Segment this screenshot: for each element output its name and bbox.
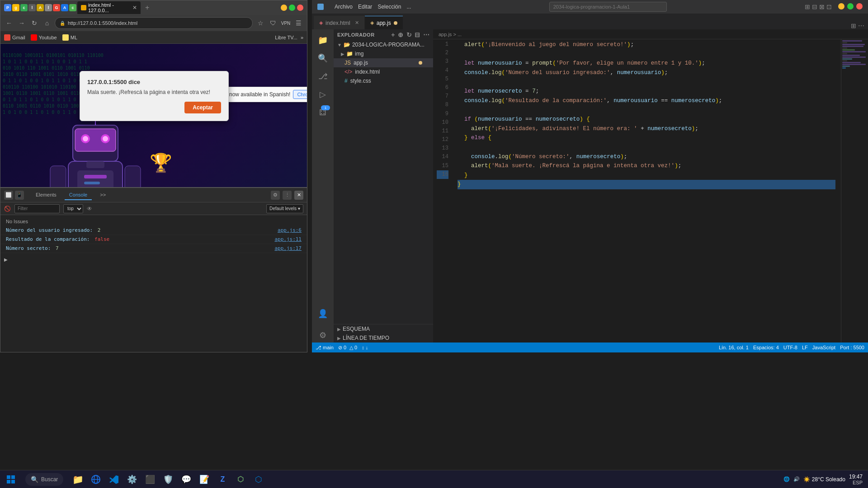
console-link-2[interactable]: app.js:17: [274, 245, 302, 251]
libre-tv-badge[interactable]: Libre TV... »: [275, 35, 303, 40]
layout-icon-2[interactable]: ⊟: [812, 3, 817, 10]
taskbar-app-vscode[interactable]: [106, 471, 122, 488]
new-file-icon[interactable]: +: [391, 31, 395, 38]
favicon-l[interactable]: l: [28, 4, 36, 11]
minimize-btn[interactable]: [281, 5, 287, 11]
console-filter-input[interactable]: [14, 204, 60, 213]
taskbar-app-node[interactable]: ⬡: [232, 471, 249, 488]
layout-icon-1[interactable]: ⊞: [805, 3, 810, 10]
tray-network[interactable]: 🌐: [783, 476, 790, 482]
default-levels-btn[interactable]: Default levels ▾: [266, 204, 303, 213]
console-clear-icon[interactable]: 🚫: [4, 206, 11, 212]
status-port[interactable]: Port : 5500: [840, 345, 864, 350]
taskbar-app-word[interactable]: 📝: [196, 471, 212, 488]
more-actions-icon[interactable]: ⋯: [858, 22, 864, 29]
console-link-1[interactable]: app.js:11: [274, 236, 302, 242]
status-errors[interactable]: ⊘ 0 △ 0: [338, 345, 357, 351]
status-sync[interactable]: ↕ ↓: [362, 345, 368, 350]
menu-editar[interactable]: Editar: [358, 4, 372, 10]
activity-git[interactable]: ⎇: [316, 69, 330, 84]
sidebar-more-icon[interactable]: ⋯: [423, 31, 430, 38]
project-folder[interactable]: ▼ 📂 2034-LOGICA-PROGRAMA...: [334, 40, 433, 49]
sidebar-file-appjs[interactable]: JS app.js: [334, 58, 433, 67]
status-position[interactable]: Lín. 16, col. 1: [719, 345, 749, 350]
status-language[interactable]: JavaScript: [812, 345, 835, 350]
linea-tiempo-section[interactable]: ▶ LÍNEA DE TIEMPO: [334, 333, 433, 343]
tab-close-icon[interactable]: ✕: [132, 5, 137, 11]
favicon-l2[interactable]: l: [45, 4, 52, 11]
taskbar-app-shield[interactable]: 🛡️: [160, 471, 176, 488]
console-link-0[interactable]: app.js:6: [278, 227, 302, 233]
shield-btn[interactable]: 🛡: [268, 18, 278, 28]
sidebar-file-indexhtml[interactable]: </> index.html: [334, 67, 433, 76]
menu-btn[interactable]: ☰: [293, 18, 303, 28]
taskbar-app-browser[interactable]: [88, 471, 104, 488]
status-spaces[interactable]: Espacios: 4: [753, 345, 779, 350]
img-folder[interactable]: ▶ 📁 img: [334, 49, 433, 58]
esquema-section[interactable]: ▶ ESQUEMA: [334, 324, 433, 333]
forward-btn[interactable]: →: [17, 18, 27, 28]
status-line-ending[interactable]: LF: [802, 345, 808, 350]
vscode-close-btn[interactable]: [856, 3, 863, 9]
new-tab-btn[interactable]: +: [142, 1, 153, 14]
weather-widget[interactable]: ☀️ 28°C Soleado: [803, 476, 845, 483]
code-editor[interactable]: alert('¡Bienvenido al juego del número s…: [452, 39, 841, 343]
taskbar-search[interactable]: 🔍 Buscar: [25, 473, 63, 486]
back-btn[interactable]: ←: [4, 18, 14, 28]
vpn-btn[interactable]: VPN: [281, 18, 291, 28]
address-bar[interactable]: 🔒 http://127.0.0.1:5500/index.html: [55, 17, 253, 29]
bookmark-gmail[interactable]: Gmail: [4, 34, 25, 41]
refresh-icon[interactable]: ↻: [406, 31, 412, 38]
new-folder-icon[interactable]: ⊕: [398, 31, 404, 38]
tab-app-js[interactable]: ◈ app.js: [365, 16, 403, 29]
split-editor-icon[interactable]: ⊞: [851, 22, 856, 29]
tab-index-html[interactable]: ◈ index.html ✕: [314, 16, 364, 29]
taskbar-app-terminal[interactable]: ⬛: [142, 471, 158, 488]
chrome-language-btn[interactable]: Chrome's language: [293, 90, 307, 99]
star-btn[interactable]: ☆: [255, 18, 265, 28]
alert-accept-btn[interactable]: Aceptar: [184, 102, 221, 113]
devtools-tab-elements[interactable]: Elements: [31, 190, 61, 200]
taskbar-app-settings[interactable]: ⚙️: [124, 471, 140, 488]
devtools-tab-more[interactable]: >>: [95, 190, 110, 200]
close-btn[interactable]: [297, 5, 303, 11]
home-btn[interactable]: ⌂: [42, 18, 52, 28]
devtools-settings-icon[interactable]: ⚙: [271, 191, 280, 200]
status-encoding[interactable]: UTF-8: [783, 345, 797, 350]
favicon-p[interactable]: P: [4, 4, 11, 11]
favicon-a2[interactable]: A: [61, 4, 68, 11]
favicon-c2[interactable]: c: [69, 4, 76, 11]
status-branch[interactable]: ⎇ main: [316, 345, 334, 351]
maximize-btn[interactable]: [289, 5, 295, 11]
vscode-search-input[interactable]: [549, 2, 667, 12]
collapse-icon[interactable]: ⊟: [415, 31, 420, 38]
activity-account[interactable]: 👤: [316, 306, 330, 321]
sidebar-file-stylecss[interactable]: # style.css: [334, 76, 433, 85]
devtools-close-icon[interactable]: ✕: [294, 191, 303, 200]
start-button[interactable]: [0, 470, 22, 488]
vscode-minimize-btn[interactable]: [838, 3, 844, 9]
clock[interactable]: 19:47 ESP: [849, 474, 863, 485]
menu-archivo[interactable]: Archivo: [335, 4, 353, 10]
active-tab[interactable]: index.html - 127.0.0... ✕: [77, 1, 141, 14]
layout-icon-3[interactable]: ⊠: [819, 3, 825, 10]
reload-btn[interactable]: ↻: [29, 18, 39, 28]
favicon-a[interactable]: A: [37, 4, 44, 11]
activity-debug[interactable]: ▷: [316, 87, 330, 102]
favicon-g2[interactable]: G: [53, 4, 60, 11]
activity-explorer[interactable]: 📁: [316, 33, 330, 47]
taskbar-app-vscode2[interactable]: ⬡: [250, 471, 267, 488]
activity-extensions[interactable]: ⚃: [316, 105, 330, 120]
activity-settings[interactable]: ⚙: [316, 328, 330, 343]
devtools-tab-console[interactable]: Console: [65, 190, 92, 200]
favicon-c[interactable]: c: [20, 4, 28, 11]
menu-more[interactable]: ...: [406, 4, 411, 10]
taskbar-app-file-explorer[interactable]: 📁: [70, 471, 86, 488]
vscode-maximize-btn[interactable]: [847, 3, 854, 9]
layout-icon-4[interactable]: ⊡: [826, 3, 832, 10]
tray-sound[interactable]: 🔊: [793, 476, 800, 482]
console-expand-arrow[interactable]: ▶: [0, 253, 307, 265]
bookmark-youtube[interactable]: Youtube: [31, 34, 57, 41]
bookmark-ml[interactable]: ML: [62, 34, 77, 41]
menu-seleccion[interactable]: Selección: [377, 4, 401, 10]
